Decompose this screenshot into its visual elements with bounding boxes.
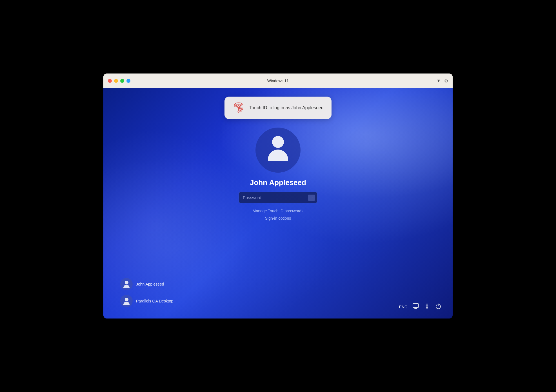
close-button[interactable] [108, 79, 112, 83]
bottom-user-name-1: Parallels QA Desktop [136, 299, 173, 303]
avatar-head [272, 136, 284, 148]
window-title: Windows 11 [267, 79, 289, 83]
avatar-body [268, 150, 288, 161]
minimize-button[interactable] [114, 79, 118, 83]
bottom-user-avatar-0 [120, 278, 133, 290]
svg-point-1 [238, 107, 239, 109]
bottom-user-list: John Appleseed Parallels QA Desktop [120, 278, 173, 307]
touch-id-prompt[interactable]: Touch ID to log in as John Appleseed [224, 97, 331, 119]
avatar-inner-1 [123, 298, 130, 305]
touch-id-text: Touch ID to log in as John Appleseed [249, 105, 323, 110]
sign-in-options-button[interactable]: Sign-in options [265, 216, 291, 220]
bottom-user-avatar-1 [120, 295, 133, 307]
avatar-inner-0 [123, 281, 130, 288]
bottom-user-item-1[interactable]: Parallels QA Desktop [120, 295, 173, 307]
svg-rect-2 [413, 304, 419, 308]
settings-icon[interactable]: ⚙ [444, 78, 448, 84]
language-label[interactable]: ENG [399, 305, 408, 309]
password-submit-button[interactable]: → [308, 195, 315, 201]
mini-head-1 [125, 298, 128, 301]
svg-point-3 [426, 304, 428, 305]
user-avatar [255, 128, 301, 173]
fingerprint-icon [232, 102, 245, 114]
mini-head-0 [125, 281, 128, 284]
password-input[interactable] [239, 192, 317, 203]
main-content: Touch ID to log in as John Appleseed Joh… [103, 88, 453, 318]
maximize-button[interactable] [120, 79, 124, 83]
power-icon[interactable] [435, 303, 441, 311]
password-container: → [239, 192, 317, 203]
bottom-user-item-0[interactable]: John Appleseed [120, 278, 173, 290]
mac-window: Windows 11 ▼ ⚙ [103, 74, 453, 318]
bottom-right-icons: ENG [399, 303, 441, 311]
title-bar-actions: ▼ ⚙ [436, 78, 448, 84]
extra-button[interactable] [126, 79, 130, 83]
traffic-lights [108, 79, 130, 83]
avatar-icon [264, 136, 292, 164]
display-icon[interactable] [413, 303, 419, 311]
dropdown-icon[interactable]: ▼ [436, 78, 441, 83]
bottom-user-name-0: John Appleseed [136, 282, 164, 286]
title-bar: Windows 11 ▼ ⚙ [103, 74, 453, 88]
mini-body-0 [123, 285, 130, 288]
arrow-icon: → [310, 195, 313, 200]
manage-touch-id-button[interactable]: Manage Touch ID passwords [253, 209, 303, 213]
mini-body-1 [123, 302, 130, 305]
accessibility-icon[interactable] [424, 303, 430, 311]
username-label: John Appleseed [250, 178, 306, 187]
